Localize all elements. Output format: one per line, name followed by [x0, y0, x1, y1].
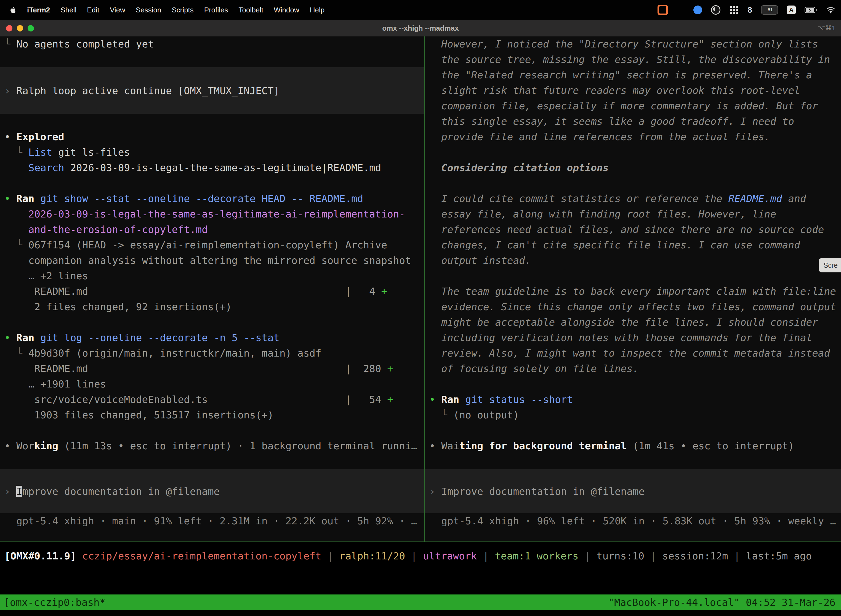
omx-status-bar: [OMX#0.11.9] cczip/essay/ai-reimplementa…	[0, 542, 841, 570]
prompt-input[interactable]: › Improve documentation in @filename	[0, 469, 424, 513]
badge-61-icon[interactable]: .61	[761, 5, 778, 15]
terminal-line	[425, 377, 841, 392]
terminal-line	[425, 268, 841, 284]
terminal-line: • Ran git show --stat --oneline --decora…	[0, 191, 424, 207]
terminal-line: src/voice/voiceModeEnabled.ts | 54 +	[0, 392, 424, 407]
terminal-line: The team guideline is to back every impo…	[425, 284, 841, 299]
wifi-icon[interactable]	[826, 6, 835, 13]
terminal-line: └ No agents completed yet	[0, 37, 424, 52]
screen-recording-indicator-icon[interactable]	[658, 5, 668, 15]
terminal-line: └ List git ls-files	[0, 145, 424, 160]
terminal-line: … +1901 lines	[0, 377, 424, 392]
terminal-line: might be acceptable alongside the file l…	[425, 315, 841, 330]
traffic-lights	[0, 25, 34, 31]
terminal-line: 2026-03-09-is-legal-the-same-as-legitima…	[0, 207, 424, 222]
terminal-line: provide file and line references from th…	[425, 129, 841, 145]
number-8-icon[interactable]: 8	[747, 5, 752, 15]
terminal-line: └ 4b9d30f (origin/main, instructkr/main,…	[0, 346, 424, 361]
terminal-line: 1903 files changed, 513517 insertions(+)	[0, 407, 424, 423]
close-button[interactable]	[6, 25, 12, 31]
menu-item-toolbelt[interactable]: Toolbelt	[239, 6, 264, 14]
window-title-bar: omx --xhigh --madmax ⌥⌘1	[0, 20, 841, 37]
window-title: omx --xhigh --madmax	[0, 24, 841, 32]
app-grid-icon[interactable]	[677, 6, 684, 14]
terminal-line	[425, 454, 841, 469]
terminal-line	[0, 52, 424, 67]
terminal-line: output instead.	[425, 253, 841, 268]
tmux-status-bar: [omx-cczip0:bash* "MacBook-Pro-44.local"…	[0, 594, 841, 610]
apple-menu-icon[interactable]	[9, 6, 16, 13]
menu-item-view[interactable]: View	[110, 6, 125, 14]
terminal-line: companion analysis without altering the …	[0, 253, 424, 268]
terminal-line	[425, 176, 841, 191]
terminal-line	[0, 454, 424, 469]
dark-circle-icon[interactable]	[711, 5, 721, 15]
terminal-line: slight risk that future readers may over…	[425, 83, 841, 98]
terminal-line: gpt-5.4 xhigh · 96% left · 520K in · 5.8…	[425, 513, 841, 529]
terminal-line: Considering citation options	[425, 160, 841, 176]
terminal-line: README.md | 280 +	[0, 361, 424, 377]
battery-icon[interactable]	[804, 6, 817, 13]
terminal-line: … +2 lines	[0, 268, 424, 284]
terminal-line	[0, 114, 424, 129]
menu-item-profiles[interactable]: Profiles	[204, 6, 228, 14]
terminal-area: └ No agents completed yet› Ralph loop ac…	[0, 37, 841, 541]
prompt-input[interactable]: › Improve documentation in @filename	[425, 469, 841, 513]
terminal-line: evidence. Since this change only affects…	[425, 299, 841, 315]
screen-chip[interactable]: Scre	[819, 258, 841, 273]
terminal-line: changes, I can't cite specific file line…	[425, 238, 841, 253]
terminal-line: • Ran git log --oneline --decorate -n 5 …	[0, 330, 424, 346]
menu-item-edit[interactable]: Edit	[87, 6, 99, 14]
menu-app-name[interactable]: iTerm2	[27, 6, 50, 14]
terminal-line: the source tree, missing the essay. Stil…	[425, 52, 841, 67]
window-shortcut-badge: ⌥⌘1	[818, 24, 841, 32]
terminal-line: and-the-erosion-of-copyleft.md	[0, 222, 424, 238]
input-source-icon[interactable]: A	[787, 6, 796, 14]
terminal-line: └ (no output)	[425, 407, 841, 423]
macos-menu-bar: iTerm2 Shell Edit View Session Scripts P…	[0, 0, 841, 20]
terminal-line: I could cite commit statistics or refere…	[425, 191, 841, 207]
blue-app-icon[interactable]	[693, 6, 702, 14]
ralph-loop-banner: › Ralph loop active continue [OMX_TMUX_I…	[0, 67, 424, 114]
terminal-line	[425, 145, 841, 160]
tmux-host-clock-label: "MacBook-Pro-44.local" 04:52 31-Mar-26	[608, 597, 835, 608]
terminal-line: this single essay, it seems like a good …	[425, 114, 841, 129]
zoom-button[interactable]	[28, 25, 34, 31]
terminal-line: However, I noticed the "Directory Struct…	[425, 37, 841, 52]
menu-item-window[interactable]: Window	[274, 6, 299, 14]
terminal-line: gpt-5.4 xhigh · main · 91% left · 2.31M …	[0, 513, 424, 529]
terminal-line	[0, 176, 424, 191]
terminal-line: 2 files changed, 92 insertions(+)	[0, 299, 424, 315]
terminal-line: └ 067f154 (HEAD -> essay/ai-reimplementa…	[0, 238, 424, 253]
terminal-line: of focusing solely on file lines.	[425, 361, 841, 377]
terminal-line: README.md | 4 +	[0, 284, 424, 299]
terminal-line	[425, 423, 841, 438]
terminal-line: companion file, especially if more comme…	[425, 98, 841, 114]
terminal-line: • Waiting for background terminal (1m 41…	[425, 438, 841, 454]
omx-status-line: [OMX#0.11.9] cczip/essay/ai-reimplementa…	[0, 549, 812, 564]
menu-item-help[interactable]: Help	[310, 6, 324, 14]
terminal-line	[0, 423, 424, 438]
tmux-pane-left[interactable]: └ No agents completed yet› Ralph loop ac…	[0, 37, 424, 541]
terminal-line: review. Also, I might want to inspect th…	[425, 346, 841, 361]
menu-item-session[interactable]: Session	[136, 6, 161, 14]
terminal-line: • Ran git status --short	[425, 392, 841, 407]
terminal-line: the "Related research writing" section i…	[425, 67, 841, 83]
terminal-line: • Explored	[0, 129, 424, 145]
tmux-session-label: [omx-cczip0:bash*	[4, 597, 105, 608]
terminal-line: including verification notes with those …	[425, 330, 841, 346]
terminal-line: Search 2026-03-09-is-legal-the-same-as-l…	[0, 160, 424, 176]
tmux-pane-right[interactable]: However, I noticed the "Directory Struct…	[425, 37, 841, 541]
terminal-line: essay file, along with finding root file…	[425, 207, 841, 222]
minimize-button[interactable]	[17, 25, 23, 31]
dots-grid-icon[interactable]	[729, 5, 738, 15]
terminal-line	[0, 315, 424, 330]
terminal-line: • Working (11m 13s • esc to interrupt) ·…	[0, 438, 424, 454]
terminal-line: references need actual files, and since …	[425, 222, 841, 238]
menu-item-scripts[interactable]: Scripts	[171, 6, 193, 14]
menu-item-shell[interactable]: Shell	[60, 6, 76, 14]
